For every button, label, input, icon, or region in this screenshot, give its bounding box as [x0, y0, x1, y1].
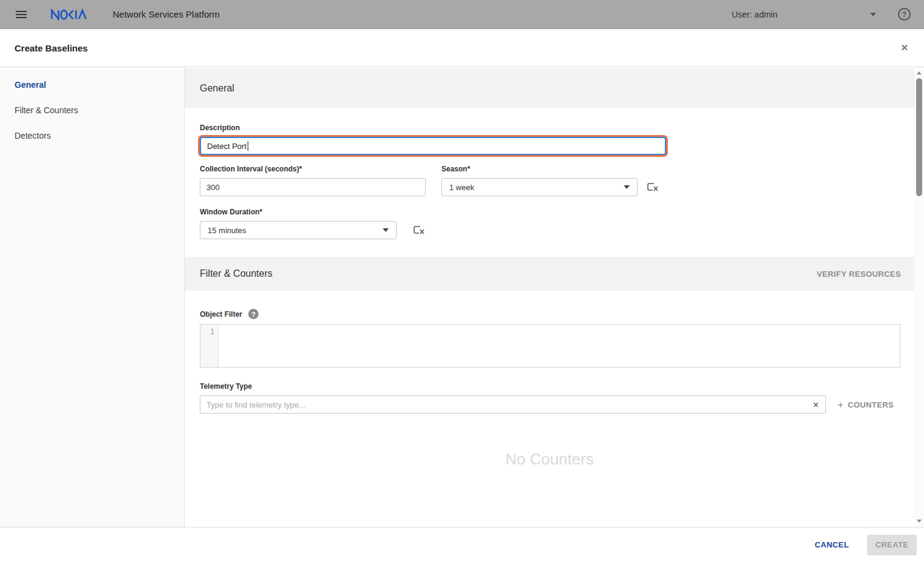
description-input[interactable]: Detect Port — [200, 137, 666, 155]
create-button[interactable]: CREATE — [867, 535, 917, 555]
filter-counters-section-title: Filter & Counters — [200, 268, 272, 279]
dialog-content: General Description Detect Port Collecti… — [185, 67, 914, 527]
object-filter-help-icon[interactable]: ? — [248, 309, 259, 319]
clear-window-duration-icon[interactable] — [412, 225, 426, 236]
telemetry-type-input[interactable] — [200, 395, 826, 414]
add-counters-button[interactable]: + COUNTERS — [837, 400, 894, 410]
object-filter-group: Object Filter ? 1 — [200, 309, 899, 368]
hamburger-menu-icon[interactable] — [16, 9, 27, 20]
window-duration-label: Window Duration* — [200, 208, 899, 216]
app-title: Network Services Platform — [113, 9, 220, 19]
add-counters-label: COUNTERS — [848, 400, 894, 409]
description-value: Detect Port — [207, 142, 246, 151]
season-group: Season* 1 week — [441, 165, 659, 196]
sidebar-item-general[interactable]: General — [0, 72, 184, 98]
general-section-header: General — [185, 68, 914, 108]
user-menu-label: User: admin — [732, 10, 777, 19]
season-select[interactable]: 1 week — [441, 178, 638, 196]
scrollbar-thumb[interactable] — [916, 78, 922, 196]
close-icon[interactable]: ✕ — [900, 42, 908, 53]
editor-line-number: 1 — [200, 325, 219, 367]
cancel-button[interactable]: CANCEL — [814, 540, 849, 549]
collection-interval-group: Collection Interval (seconds)* — [200, 165, 426, 196]
text-caret — [248, 141, 248, 151]
chevron-down-icon — [624, 185, 630, 189]
filter-counters-section-header: Filter & Counters VERIFY RESOURCES — [185, 257, 914, 291]
vertical-scrollbar[interactable] — [914, 67, 924, 527]
plus-icon: + — [837, 400, 843, 410]
description-label: Description — [200, 124, 899, 132]
season-value: 1 week — [449, 183, 474, 192]
object-filter-editor-input[interactable] — [219, 325, 900, 367]
no-counters-empty-state: No Counters — [200, 450, 899, 469]
object-filter-editor: 1 — [200, 324, 900, 368]
sidebar-item-detectors[interactable]: Detectors — [0, 123, 184, 148]
dialog-header: Create Baselines ✕ — [0, 29, 924, 67]
verify-resources-button[interactable]: VERIFY RESOURCES — [817, 269, 901, 279]
sidebar-item-filter-counters[interactable]: Filter & Counters — [0, 98, 184, 123]
nokia-logo — [51, 8, 88, 21]
telemetry-type-label: Telemetry Type — [200, 382, 899, 391]
scroll-down-icon[interactable] — [917, 520, 922, 523]
window-duration-group: Window Duration* 15 minutes — [200, 208, 899, 239]
chevron-down-icon — [383, 228, 389, 232]
top-bar: Network Services Platform User: admin ? — [0, 0, 924, 29]
general-section-title: General — [200, 83, 234, 94]
clear-season-icon[interactable] — [646, 182, 659, 193]
object-filter-label: Object Filter — [200, 310, 242, 319]
dialog-footer: CANCEL CREATE — [0, 527, 924, 562]
telemetry-type-group: Telemetry Type ✕ + COUNTERS — [200, 382, 899, 414]
user-menu-caret-icon[interactable] — [870, 13, 876, 16]
window-duration-select[interactable]: 15 minutes — [200, 221, 397, 239]
season-label: Season* — [441, 165, 659, 173]
dialog-title: Create Baselines — [15, 43, 88, 53]
window-duration-value: 15 minutes — [208, 226, 246, 235]
collection-interval-label: Collection Interval (seconds)* — [200, 165, 426, 173]
scroll-up-icon[interactable] — [917, 71, 922, 74]
help-icon[interactable]: ? — [898, 8, 911, 21]
clear-telemetry-icon[interactable]: ✕ — [813, 401, 819, 409]
dialog-sidebar: General Filter & Counters Detectors — [0, 67, 185, 527]
collection-interval-input[interactable] — [200, 178, 426, 196]
